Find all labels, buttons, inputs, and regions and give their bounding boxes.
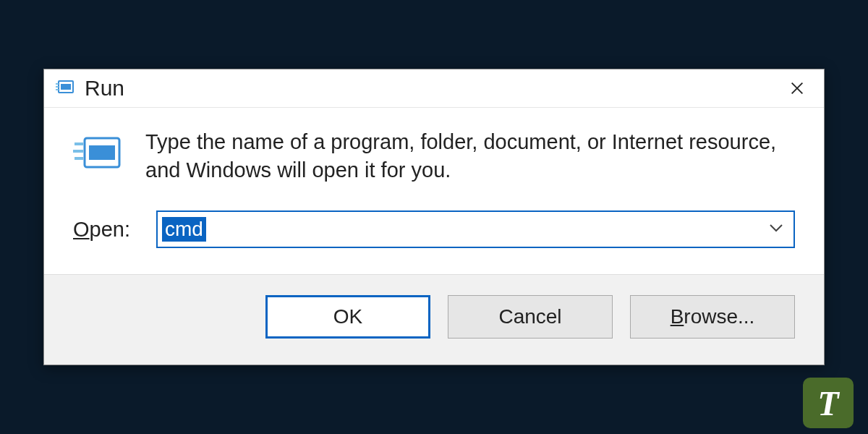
chevron-down-icon[interactable] — [769, 223, 783, 236]
open-combobox[interactable]: cmd — [156, 210, 795, 248]
ok-button[interactable]: OK — [265, 295, 430, 339]
watermark-badge: T — [803, 378, 854, 428]
cancel-button-label: Cancel — [498, 305, 561, 328]
svg-rect-1 — [61, 84, 71, 90]
close-icon — [789, 80, 805, 96]
ok-button-label: OK — [333, 305, 362, 328]
watermark-letter: T — [817, 383, 838, 423]
cancel-button[interactable]: Cancel — [448, 295, 613, 339]
description-row: Type the name of a program, folder, docu… — [73, 128, 795, 184]
svg-rect-8 — [89, 145, 115, 160]
close-button[interactable] — [780, 75, 814, 101]
dialog-title: Run — [85, 76, 124, 101]
titlebar-left: Run — [56, 76, 124, 101]
button-bar: OK Cancel Browse... — [44, 274, 824, 365]
description-text: Type the name of a program, folder, docu… — [145, 128, 782, 184]
run-dialog: Run Type the name of a program, folder, … — [43, 69, 825, 365]
run-small-icon — [56, 78, 76, 98]
open-row: Open: cmd — [73, 210, 795, 248]
run-large-icon — [73, 132, 125, 173]
open-label: Open: — [73, 218, 130, 242]
titlebar: Run — [44, 69, 824, 108]
browse-button[interactable]: Browse... — [630, 295, 795, 339]
open-input-value: cmd — [162, 217, 206, 242]
dialog-body: Type the name of a program, folder, docu… — [44, 108, 824, 274]
browse-button-label: Browse... — [671, 305, 755, 328]
